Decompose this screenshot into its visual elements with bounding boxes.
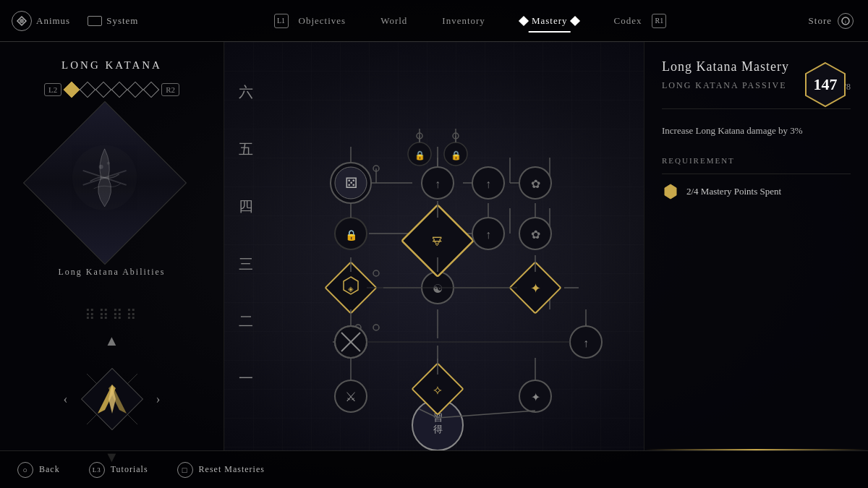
back-button[interactable]: ○ Back — [17, 462, 60, 478]
inventory-tab[interactable]: Inventory — [436, 12, 491, 30]
svg-text:✦: ✦ — [530, 281, 541, 296]
mastery-diamond2-icon — [570, 15, 580, 25]
back-btn-icon: ○ — [17, 462, 33, 478]
codex-tab[interactable]: Codex — [608, 12, 647, 30]
svg-text:得: 得 — [433, 424, 443, 435]
svg-point-1 — [20, 19, 24, 23]
requirement-label: REQUIREMENT — [662, 156, 851, 165]
tree-svg: 習 得 ⚔ ⟡ ✦ ↑ ◈ ☯ ✦ — [224, 42, 644, 450]
reset-label: Reset Masteries — [199, 464, 265, 475]
tutorials-label: Tutorials — [111, 464, 148, 475]
weapon-image-container — [47, 118, 177, 248]
dot-4 — [111, 82, 128, 98]
svg-text:◈: ◈ — [348, 285, 354, 293]
dot-1 — [64, 82, 80, 98]
tutorials-button[interactable]: L3 Tutorials — [89, 462, 148, 478]
weapon-label: Long Katana Abilities — [59, 267, 166, 278]
mastery-description: Increase Long Katana damage by 3% — [662, 124, 851, 139]
req-hex-icon — [662, 183, 679, 200]
svg-text:☯: ☯ — [433, 283, 443, 295]
svg-text:147: 147 — [814, 75, 838, 93]
back-label: Back — [39, 464, 60, 475]
nav-right: Store i — [781, 13, 868, 29]
left-arrow[interactable]: ‹ — [64, 392, 68, 407]
svg-point-45 — [373, 270, 379, 276]
r2-badge[interactable]: R2 — [161, 83, 179, 96]
dot-6 — [143, 82, 160, 98]
weapon-title: LONG KATANA — [61, 59, 162, 72]
svg-text:✦: ✦ — [531, 391, 540, 403]
svg-text:⚔: ⚔ — [345, 390, 357, 404]
scroll-up-arrow[interactable]: ▲ — [105, 333, 119, 349]
weapon-image — [22, 101, 186, 265]
animus-label: Animus — [36, 15, 70, 27]
svg-marker-12 — [665, 184, 676, 199]
l1-badge: L1 — [274, 14, 289, 28]
svg-text:🔒: 🔒 — [345, 229, 358, 241]
svg-point-47 — [373, 325, 379, 330]
svg-text:🔒: 🔒 — [414, 150, 425, 160]
svg-text:🜃: 🜃 — [430, 231, 446, 249]
left-panel: LONG KATANA L2 R2 — [0, 42, 224, 450]
svg-text:⚄: ⚄ — [345, 175, 357, 191]
hatch-pattern: ⠿⠿⠿⠿ — [22, 307, 201, 324]
svg-text:🔒: 🔒 — [451, 150, 461, 160]
right-panel: 147 Long Katana Mastery Long Katana Pass… — [644, 42, 868, 450]
codex-tab-wrapper[interactable]: Codex R1 — [608, 12, 666, 30]
nav-left: Animus System — [0, 11, 159, 31]
animus-nav[interactable]: Animus — [12, 11, 70, 31]
points-badge: 147 — [800, 59, 851, 110]
reset-button[interactable]: □ Reset Masteries — [177, 462, 265, 478]
dot-3 — [95, 82, 112, 98]
mastery-tab[interactable]: Mastery — [514, 12, 585, 30]
objectives-tab[interactable]: Objectives — [293, 12, 352, 30]
svg-text:↑: ↑ — [485, 178, 491, 190]
store-label: Store — [809, 15, 832, 27]
right-arrow[interactable]: › — [156, 392, 161, 407]
req-divider — [662, 174, 851, 174]
svg-text:↑: ↑ — [435, 178, 441, 190]
dot-2 — [80, 82, 96, 98]
svg-text:✿: ✿ — [531, 228, 540, 241]
svg-text:↑: ↑ — [583, 337, 589, 349]
l2-badge[interactable]: L2 — [44, 83, 61, 96]
ability-icon — [80, 367, 145, 432]
nav-center: L1 Objectives World Inventory Mastery Co… — [159, 12, 781, 30]
passive-subtitle: Long Katana Passive — [662, 80, 787, 91]
animus-icon — [12, 11, 32, 31]
system-label: System — [106, 15, 138, 27]
weapon-artwork — [69, 142, 141, 225]
objectives-tab-wrapper[interactable]: L1 Objectives — [274, 12, 352, 30]
skill-tree: 六 五 四 三 二 一 — [224, 42, 644, 450]
system-icon — [88, 16, 102, 26]
mastery-dots-row: L2 R2 — [44, 83, 179, 96]
bottom-bar: ○ Back L3 Tutorials □ Reset Masteries — [0, 450, 868, 488]
store-icon[interactable]: i — [838, 13, 854, 29]
svg-text:↑: ↑ — [485, 228, 491, 241]
tutorials-btn-icon: L3 — [89, 462, 105, 478]
svg-text:i: i — [845, 19, 846, 25]
ability-selector: ‹ › — [64, 367, 161, 432]
svg-text:⟡: ⟡ — [433, 382, 442, 397]
req-text: 2/4 Mastery Points Spent — [686, 186, 781, 197]
r1-badge: R1 — [652, 14, 666, 28]
requirement-item: 2/4 Mastery Points Spent — [662, 183, 851, 200]
world-tab[interactable]: World — [375, 12, 413, 30]
mastery-diamond-icon — [519, 15, 529, 25]
ability-slot-container — [80, 367, 145, 432]
system-nav[interactable]: System — [88, 15, 138, 27]
dot-5 — [127, 82, 144, 98]
svg-text:✿: ✿ — [531, 178, 540, 190]
top-nav: Animus System L1 Objectives World Invent… — [0, 0, 868, 42]
reset-btn-icon: □ — [177, 462, 193, 478]
